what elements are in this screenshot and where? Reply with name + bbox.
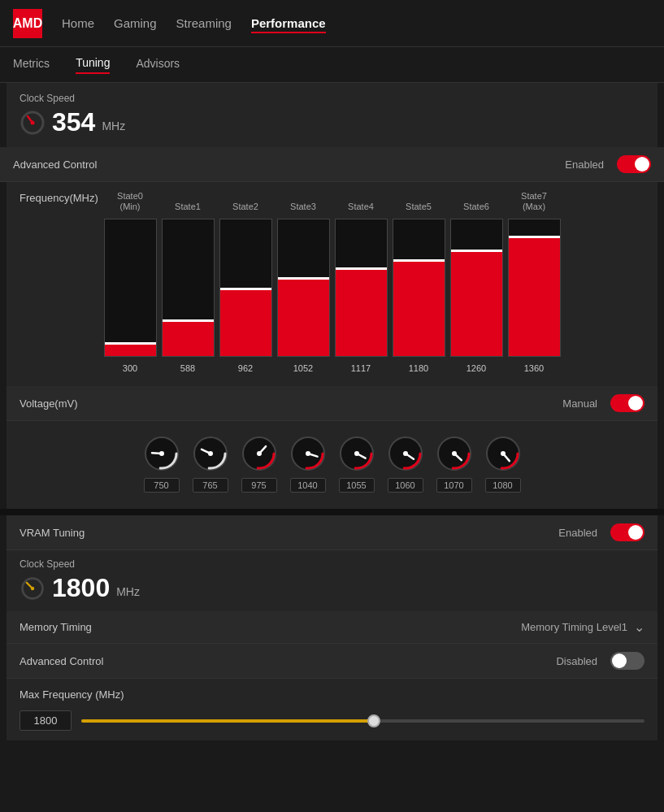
voltage-row: Voltage(mV) Manual [7,386,657,421]
freq-bar-fill-1 [163,319,214,356]
gpu-clock-section: Clock Speed 354 MHz [7,83,657,147]
voltage-knobs-row: 75076597510401055106010701080 [13,421,651,496]
knob-col-2: 975 [240,434,279,493]
freq-bar-value-5: 1180 [409,363,428,373]
sub-nav: Metrics Tuning Advisors [0,47,664,83]
advanced-control-status-2: Disabled [556,655,597,667]
advanced-control-toggle-1[interactable] [617,155,651,173]
svg-point-5 [159,451,164,456]
freq-state-label-6: State6 [463,202,489,212]
knob-icon-4 [337,434,376,473]
freq-state-label-1: State1 [175,202,201,212]
freq-bar-outer-5 [393,219,445,357]
nav-gaming[interactable]: Gaming [114,13,157,33]
freq-bar-col-2: State2962 [219,202,272,373]
freq-bar-value-1: 588 [180,363,195,373]
knob-icon-2 [240,434,279,473]
svg-point-9 [208,451,213,456]
slider-thumb[interactable] [367,714,380,727]
freq-bar-fill-6 [451,250,502,356]
voltage-label: Voltage(mV) [20,397,78,410]
freq-state-label-3: State3 [290,202,316,212]
chevron-down-icon: ⌄ [634,619,644,635]
vram-clock-label: Clock Speed [20,558,644,570]
voltage-status: Manual [562,397,597,410]
nav-performance[interactable]: Performance [251,13,326,33]
freq-bar-col-5: State51180 [393,202,445,373]
vram-clock-value: 1800 MHz [20,573,644,603]
knob-col-5: 1060 [386,434,425,493]
frequency-section: Frequency(MHz) State0 (Min)300State1588S… [7,182,657,386]
freq-bar-fill-3 [278,277,329,356]
freq-bar-col-3: State31052 [277,202,330,373]
voltage-toggle[interactable] [610,394,644,412]
max-freq-input[interactable] [20,710,72,731]
knob-icon-5 [386,434,425,473]
subnav-metrics[interactable]: Metrics [13,57,50,73]
knob-value-4: 1055 [339,478,375,493]
freq-bar-value-0: 300 [123,363,137,373]
knob-icon-7 [484,434,523,473]
slider-row [20,710,644,731]
toggle-knob-voltage [628,396,643,410]
vram-tuning-status: Enabled [558,527,597,539]
freq-state-label-4: State4 [348,202,374,212]
toggle-knob [635,157,649,172]
toggle-knob-vram [628,525,643,540]
freq-state-label-5: State5 [406,202,432,212]
clock-speed-number: 354 [52,107,95,137]
svg-point-33 [501,451,506,456]
clock-speed-label: Clock Speed [20,93,644,104]
freq-bar-value-3: 1052 [293,363,313,373]
memory-timing-label: Memory Timing [20,621,92,633]
svg-point-29 [452,451,457,456]
freq-bar-outer-1 [162,219,215,357]
frequency-chart: State0 (Min)300State1588State2962State31… [20,214,644,376]
vram-clock-unit: MHz [116,585,140,598]
knob-value-2: 975 [241,478,277,493]
content: Clock Speed 354 MHz Advanced Control Ena… [0,83,664,740]
freq-bar-col-4: State41117 [335,202,388,373]
knob-col-6: 1070 [435,434,474,493]
clock-speed-unit: MHz [102,119,125,132]
amd-logo: AMD [13,9,42,38]
memory-timing-select[interactable]: Memory Timing Level1 ⌄ [521,619,644,635]
advanced-control-toggle-2[interactable] [610,652,644,670]
nav-home[interactable]: Home [62,13,94,33]
section-separator [0,509,664,515]
svg-point-1 [31,120,35,124]
advanced-control-status-1: Enabled [565,158,604,171]
freq-bar-fill-0 [105,342,156,356]
knob-icon-1 [191,434,230,473]
nav-streaming[interactable]: Streaming [176,13,232,33]
knob-value-6: 1070 [436,478,472,493]
svg-point-35 [31,586,34,589]
knob-icon-6 [435,434,474,473]
knob-value-5: 1060 [388,478,423,493]
freq-bar-outer-6 [450,219,503,357]
freq-bar-value-2: 962 [238,363,253,373]
advanced-control-row-2: Advanced Control Disabled [7,644,657,679]
advanced-control-label-1: Advanced Control [13,158,97,171]
subnav-advisors[interactable]: Advisors [136,57,180,73]
freq-bar-col-0: State0 (Min)300 [104,191,157,373]
advanced-control-row-1: Advanced Control Enabled [0,147,664,182]
svg-point-25 [403,451,408,456]
advanced-control-label-2: Advanced Control [20,655,103,667]
freq-bar-outer-0 [104,219,157,357]
voltage-knobs-section: 75076597510401055106010701080 [7,421,657,509]
freq-bar-col-1: State1588 [162,202,215,373]
freq-bar-fill-2 [220,288,271,356]
knob-col-3: 1040 [289,434,328,493]
freq-bar-fill-5 [393,259,445,356]
vram-clock-number: 1800 [52,573,110,603]
freq-state-label-2: State2 [232,202,258,212]
slider-fill [81,719,374,723]
freq-bar-col-7: State7 (Max)1360 [508,191,561,373]
vram-tuning-toggle[interactable] [610,523,644,541]
clock-speed-value: 354 MHz [20,107,644,137]
knob-value-1: 765 [193,478,228,493]
max-freq-slider-track[interactable] [81,719,644,723]
freq-bar-outer-7 [508,219,561,357]
subnav-tuning[interactable]: Tuning [76,56,110,74]
